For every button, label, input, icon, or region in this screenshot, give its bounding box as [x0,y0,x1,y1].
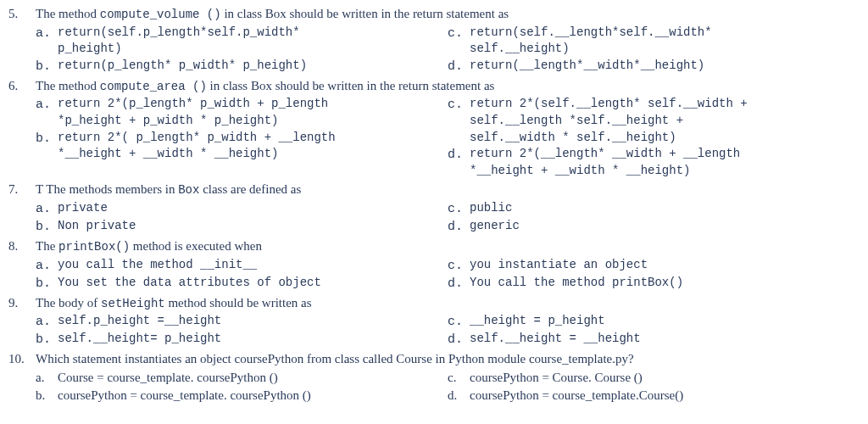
question-number: 9. [8,294,36,349]
option-a: a. return 2*(p_length* p_width + p_lengt… [36,96,448,129]
question-stem: The method compute_volume () in class Bo… [36,5,860,24]
question-number: 8. [8,237,36,293]
question-number: 10. [8,350,36,404]
option-c: c. coursePython = Course. Course () [448,369,860,387]
option-a: a. return(self.p_length*self.p_width* p_… [36,25,448,58]
option-b: b. You set the data attributes of object [36,275,448,293]
document-page: 5. The method compute_volume () in class… [0,0,868,415]
option-b: b. return 2*( p_length* p_width + __leng… [36,130,448,163]
question-7: 7. T The methods members in Box class ar… [8,181,860,236]
option-d: d. self.__height = __height [448,331,860,349]
option-b: b. return(p_length* p_width* p_height) [36,58,448,75]
option-c: c. public [448,200,860,218]
options: a. private b. Non private c. public d. [36,200,860,236]
option-a: a. private [36,200,448,218]
question-stem: The method compute_area () in class Box … [36,77,860,96]
question-stem: Which statement instantiates an object c… [36,350,860,368]
option-b: b. self.__height= p_height [36,331,448,349]
option-c: c. return(self.__length*self.__width* se… [448,25,860,58]
question-number: 5. [8,5,36,75]
options: a. Course = course_template. coursePytho… [36,369,860,404]
options: a. return 2*(p_length* p_width + p_lengt… [36,96,860,179]
option-d: d. return(__length*__width*__height) [448,58,860,75]
option-d: d. return 2*(__length* __width + __lengt… [448,146,860,179]
question-9: 9. The body of setHeight method should b… [8,294,860,349]
option-c: c. you instantiate an object [448,257,860,275]
question-8: 8. The printBox() method is executed whe… [8,237,860,293]
option-a: a. self.p_height =__height [36,313,448,331]
question-6: 6. The method compute_area () in class B… [8,77,860,180]
question-stem: The printBox() method is executed when [36,237,860,256]
question-number: 7. [8,181,36,236]
option-d: d. coursePython = course_template.Course… [448,387,860,404]
options: a. you call the method __init__ b. You s… [36,257,860,293]
question-number: 6. [8,77,36,180]
option-d: d. You call the method printBox() [448,275,860,293]
question-5: 5. The method compute_volume () in class… [8,5,860,75]
option-b: b. coursePython = course_template. cours… [36,387,448,404]
option-d: d. generic [448,218,860,236]
option-b: b. Non private [36,218,448,236]
question-10: 10. Which statement instantiates an obje… [8,350,860,404]
option-a: a. Course = course_template. coursePytho… [36,369,448,387]
option-c: c. return 2*(self.__length* self.__width… [448,96,860,146]
question-stem: T The methods members in Box class are d… [36,181,860,199]
options: a. return(self.p_length*self.p_width* p_… [36,25,860,75]
option-c: c. __height = p_height [448,313,860,331]
option-a: a. you call the method __init__ [36,257,448,275]
question-stem: The body of setHeight method should be w… [36,294,860,313]
options: a. self.p_height =__height b. self.__hei… [36,313,860,349]
